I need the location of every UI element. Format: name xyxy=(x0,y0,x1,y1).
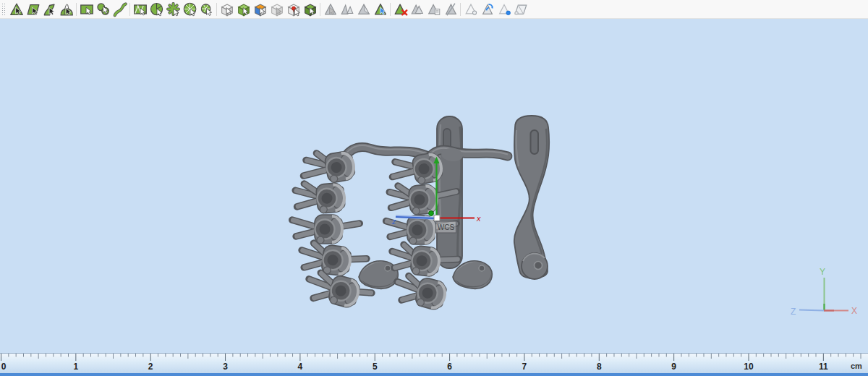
select-all-box-tool-icon xyxy=(236,1,252,17)
freeform-selection-tool-button[interactable] xyxy=(111,1,128,18)
ruler-horizontal: 01234567891011 cm xyxy=(0,353,868,373)
toolbar-separator xyxy=(390,3,391,16)
triangle-copy-disabled-tool-icon xyxy=(426,1,442,17)
screw-tulip[interactable] xyxy=(393,270,448,311)
mesh-rectangle-selection-tool-icon xyxy=(132,1,148,17)
disc-selection-tool-button[interactable] xyxy=(182,1,198,18)
plane-outline-tool-icon xyxy=(513,1,529,17)
select-shell-tool-icon xyxy=(59,1,75,17)
triangle-point-tool-icon xyxy=(496,1,512,17)
triangle-select-disabled-tool-button[interactable] xyxy=(322,1,339,18)
triangle-duplicate-disabled-tool-button[interactable] xyxy=(409,1,425,18)
screw-tulip[interactable] xyxy=(299,242,368,278)
ruler-number: 9 xyxy=(671,362,676,372)
triangle-align-tool-icon xyxy=(373,1,388,17)
select-surface-tool-icon xyxy=(42,1,58,17)
select-shell-tool-button[interactable] xyxy=(58,1,75,18)
toolbar-separator xyxy=(460,3,461,16)
ruler-number: 2 xyxy=(148,362,153,372)
ruler-number: 10 xyxy=(744,362,753,372)
ruler-number: 1 xyxy=(74,362,79,372)
wcs-label: WCS xyxy=(438,223,455,231)
sector-selection-tool-icon xyxy=(149,1,165,17)
select-triangles-tool-button[interactable] xyxy=(8,1,25,18)
deselect-box-tool-icon xyxy=(269,1,285,17)
ruler-number: 3 xyxy=(223,362,228,372)
triangle-copy-disabled-tool-button[interactable] xyxy=(425,1,442,18)
select-triangles-tool-icon xyxy=(9,1,25,17)
triangle-point-tool-button[interactable] xyxy=(495,1,512,18)
triangle-fold-disabled-tool-icon xyxy=(356,1,372,17)
ruler-number: 11 xyxy=(819,362,828,372)
toolbar-drag-handle[interactable] xyxy=(1,2,7,17)
ruler-number: 0 xyxy=(1,362,7,372)
triangle-mirror-disabled-tool-icon xyxy=(339,1,355,17)
select-colored-box-tool-button[interactable] xyxy=(252,1,268,18)
disc-selection-tool-icon xyxy=(182,1,198,17)
wcs-z-axis-label: z xyxy=(391,217,396,226)
select-visible-box-tool-button[interactable] xyxy=(218,1,235,18)
triangle-reorient-tool-icon xyxy=(480,1,495,17)
ruler-number: 7 xyxy=(522,362,527,372)
wcs-origin-handle[interactable] xyxy=(434,215,440,221)
screw-tulip[interactable] xyxy=(292,215,360,244)
select-point-box-tool-button[interactable] xyxy=(285,1,302,18)
select-point-box-tool-icon xyxy=(286,1,302,17)
gizmo-z-axis-line xyxy=(799,310,824,311)
delete-triangles-tool-button[interactable] xyxy=(392,1,409,18)
star-selection-tool-icon xyxy=(166,1,182,17)
select-visible-box-tool-icon xyxy=(219,1,235,17)
sector-selection-tool-button[interactable] xyxy=(148,1,165,18)
circle-selection-tool-icon xyxy=(95,1,111,17)
triangle-outline-tool-button[interactable] xyxy=(462,1,479,18)
gizmo-y-axis-label: Y xyxy=(820,267,825,277)
select-solid-box-tool-icon xyxy=(302,1,318,17)
star-selection-tool-button[interactable] xyxy=(165,1,182,18)
select-colored-box-tool-icon xyxy=(252,1,268,17)
triangle-align-tool-button[interactable] xyxy=(372,1,388,18)
viewport-3d[interactable]: WCS x z Y X Z xyxy=(0,19,868,353)
small-disc-selection-tool-icon xyxy=(199,1,215,17)
delete-triangles-tool-icon xyxy=(393,1,409,17)
mesh-rectangle-selection-tool-button[interactable] xyxy=(132,1,148,18)
main-toolbar xyxy=(0,0,868,19)
toolbar-separator xyxy=(320,3,320,16)
triangle-select-disabled-tool-icon xyxy=(323,1,339,17)
rectangle-selection-tool-button[interactable] xyxy=(78,1,95,18)
triangle-mirror-disabled-tool-button[interactable] xyxy=(339,1,355,18)
screw-tulip[interactable] xyxy=(294,180,345,215)
triangle-reorient-tool-button[interactable] xyxy=(479,1,495,18)
scene-canvas: WCS x z Y X Z xyxy=(0,19,868,353)
select-surface-tool-button[interactable] xyxy=(41,1,58,18)
hook-blade[interactable] xyxy=(359,261,398,289)
select-plane-tool-button[interactable] xyxy=(25,1,41,18)
select-solid-box-tool-button[interactable] xyxy=(302,1,318,18)
triangle-cut-disabled-tool-icon xyxy=(443,1,459,17)
toolbar-separator xyxy=(129,3,130,16)
select-all-box-tool-button[interactable] xyxy=(235,1,252,18)
plane-outline-tool-button[interactable] xyxy=(512,1,529,18)
triangle-cut-disabled-tool-button[interactable] xyxy=(442,1,459,18)
gizmo-z-axis-label: Z xyxy=(791,307,796,317)
toolbar-separator xyxy=(216,3,217,16)
model-lever-arm[interactable] xyxy=(514,116,549,279)
toolbar-separator xyxy=(76,3,77,16)
ruler-number: 5 xyxy=(373,362,378,372)
orientation-gizmo: Y X Z xyxy=(791,267,857,317)
deselect-box-tool-button[interactable] xyxy=(268,1,285,18)
gizmo-x-axis-label: X xyxy=(851,306,857,316)
circle-selection-tool-button[interactable] xyxy=(95,1,111,18)
ruler-unit-label: cm xyxy=(851,362,862,370)
triangle-fold-disabled-tool-button[interactable] xyxy=(355,1,372,18)
triangle-outline-tool-icon xyxy=(463,1,479,17)
wcs-origin-point[interactable] xyxy=(429,211,434,216)
select-plane-tool-icon xyxy=(25,1,41,17)
small-disc-selection-tool-button[interactable] xyxy=(198,1,215,18)
ruler-number: 6 xyxy=(447,362,452,372)
ruler-number: 4 xyxy=(298,362,303,372)
ruler-number: 8 xyxy=(597,362,602,372)
freeform-selection-tool-icon xyxy=(112,1,128,17)
screw-tulip[interactable] xyxy=(300,148,356,188)
rectangle-selection-tool-icon xyxy=(79,1,95,17)
model-screw-tower-with-plate[interactable] xyxy=(386,116,508,312)
